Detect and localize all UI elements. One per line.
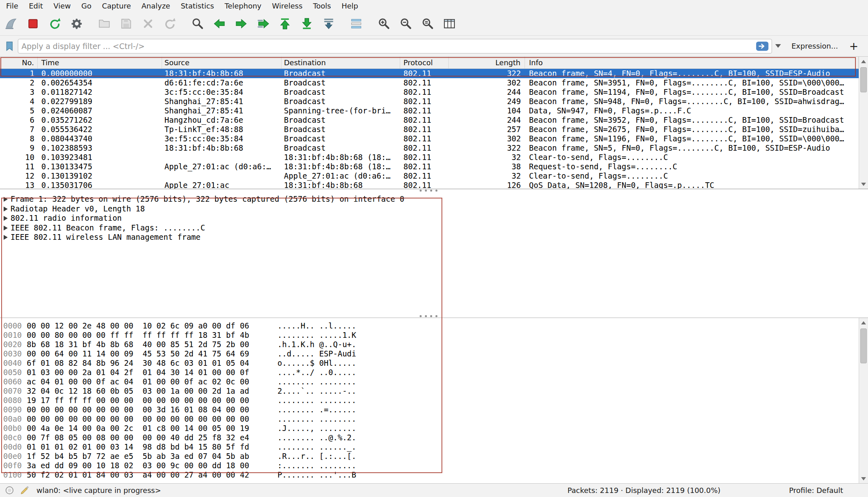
apply-filter-button[interactable] — [755, 41, 770, 51]
cell-proto: 802.11 — [400, 87, 449, 97]
detail-line-radio-information[interactable]: 802.11 radio information — [0, 213, 868, 223]
menu-statistics[interactable]: Statistics — [175, 0, 219, 12]
go-first-packet-button[interactable] — [277, 16, 292, 32]
detail-line-beacon-frame[interactable]: IEEE 802.11 Beacon frame, Flags: .......… — [0, 223, 868, 233]
menu-wireless[interactable]: Wireless — [267, 0, 307, 12]
menu-telephony[interactable]: Telephony — [219, 0, 267, 12]
packet-row-6[interactable]: 60.035271262Hangzhou_cd:7a:6eBroadcast80… — [0, 115, 859, 125]
auto-scroll-button[interactable] — [321, 16, 336, 32]
hex-row-0020[interactable]: 00208b 68 18 31 bf 4b 8b 68 40 00 85 51 … — [0, 340, 868, 349]
close-capture-file-button[interactable] — [140, 16, 156, 32]
hex-row-0010[interactable]: 001000 00 80 00 00 00 ff ff ff ff ff ff … — [0, 331, 868, 340]
expander-triangle-icon[interactable] — [4, 235, 8, 240]
menu-view[interactable]: View — [48, 0, 76, 12]
hex-row-0000[interactable]: 000000 00 12 00 2e 48 00 00 10 02 6c 09 … — [0, 321, 868, 331]
expander-triangle-icon[interactable] — [4, 226, 8, 230]
column-header-destination[interactable]: Destination — [282, 57, 400, 68]
hex-row-0040[interactable]: 00406f 01 08 82 84 8b 96 24 30 48 6c 03 … — [0, 358, 868, 368]
scroll-up-arrow[interactable] — [859, 318, 868, 327]
column-header-info[interactable]: Info — [525, 57, 859, 68]
packet-row-3[interactable]: 30.0118271423c:f5:cc:0e:35:84Broadcast80… — [0, 87, 859, 97]
detail-line-frame[interactable]: Frame 1: 322 bytes on wire (2576 bits), … — [0, 194, 868, 204]
packet-row-8[interactable]: 80.0804437403e:f5:cc:0e:35:84Broadcast80… — [0, 134, 859, 143]
packet-row-10[interactable]: 100.10392348118:31:bf:4b:8b:68 (18:…802.… — [0, 153, 859, 162]
pane-splitter-handle[interactable] — [420, 315, 440, 318]
scroll-down-arrow[interactable] — [859, 474, 868, 483]
hex-scrollbar-thumb[interactable] — [860, 328, 867, 363]
packet-row-11[interactable]: 110.130133475Apple_27:01:ac (d0:a6:…18:3… — [0, 162, 859, 171]
filter-history-dropdown[interactable] — [773, 39, 783, 53]
menu-analyze[interactable]: Analyze — [136, 0, 175, 12]
hex-row-00f0[interactable]: 00f03a ed dd 09 00 10 18 02 03 00 9c 00 … — [0, 461, 868, 470]
find-packet-button[interactable] — [190, 16, 205, 32]
zoom-in-button[interactable] — [376, 16, 391, 32]
hex-row-00d0[interactable]: 00d001 01 01 02 01 00 03 14 98 d8 bd b4 … — [0, 442, 868, 452]
save-capture-file-button[interactable] — [118, 16, 134, 32]
resize-columns-button[interactable] — [441, 16, 457, 32]
hex-dump-scrollbar[interactable] — [859, 318, 868, 483]
zoom-out-button[interactable] — [398, 16, 413, 32]
column-header-no[interactable]: No. — [0, 57, 38, 68]
stop-capture-button[interactable] — [25, 16, 41, 32]
colorize-packets-button[interactable] — [348, 16, 364, 32]
packet-row-12[interactable]: 120.130139102Apple_27:01:ac (d0:a6:…802.… — [0, 171, 859, 181]
display-filter-input[interactable]: Apply a display filter ... <Ctrl-/> — [18, 39, 772, 53]
detail-line-wlan-management[interactable]: IEEE 802.11 wireless LAN management fram… — [0, 233, 868, 242]
expression-button[interactable]: Expression... — [790, 42, 840, 50]
expander-triangle-icon[interactable] — [4, 197, 8, 202]
menu-tools[interactable]: Tools — [308, 0, 336, 12]
reload-file-button[interactable] — [162, 16, 177, 32]
hex-row-0100[interactable]: 010050 f2 02 01 01 84 00 03 a4 00 00 27 … — [0, 470, 868, 480]
packet-row-9[interactable]: 90.10238859318:31:bf:4b:8b:68Broadcast80… — [0, 143, 859, 153]
column-header-protocol[interactable]: Protocol — [400, 57, 449, 68]
packet-row-1[interactable]: 10.00000000018:31:bf:4b:8b:68Broadcast80… — [0, 69, 859, 78]
hex-row-0030[interactable]: 003000 00 64 00 11 14 00 09 45 53 50 2d … — [0, 349, 868, 358]
packet-row-13[interactable]: 130.135031706Apple_27:01:ac18:31:bf:4b:8… — [0, 181, 859, 189]
scroll-up-arrow[interactable] — [859, 57, 868, 66]
start-capture-button[interactable] — [3, 16, 19, 32]
hex-row-00e0[interactable]: 00e01f 52 b4 b5 b7 72 ae e5 5b ab 3a ed … — [0, 452, 868, 461]
hex-bytes: 00 00 80 00 00 00 ff ff ff ff ff ff 18 3… — [27, 331, 256, 340]
detail-line-radiotap[interactable]: Radiotap Header v0, Length 18 — [0, 204, 868, 214]
column-header-length[interactable]: Length — [449, 57, 525, 68]
go-last-packet-button[interactable] — [299, 16, 314, 32]
hex-row-0050[interactable]: 005001 03 00 00 2a 01 04 2f 01 04 30 14 … — [0, 368, 868, 377]
open-capture-file-button[interactable] — [96, 16, 112, 32]
hex-row-0080[interactable]: 008019 17 ff ff ff 00 00 00 00 00 00 00 … — [0, 396, 868, 405]
hex-row-00c0[interactable]: 00c000 7f 08 05 00 08 00 00 00 00 40 dd … — [0, 433, 868, 442]
cell-src — [162, 153, 282, 162]
add-filter-button[interactable]: + — [847, 39, 861, 53]
packet-row-7[interactable]: 70.055536422Tp-LinkT_ef:48:88Broadcast80… — [0, 125, 859, 134]
profile-button[interactable]: Profile: Default — [789, 486, 843, 495]
pane-splitter-handle[interactable] — [420, 190, 440, 192]
filter-bookmark-button[interactable] — [3, 39, 16, 53]
menu-go[interactable]: Go — [76, 0, 97, 12]
menu-file[interactable]: File — [1, 0, 23, 12]
hex-row-0070[interactable]: 007032 04 0c 12 18 60 0b 05 03 00 1a 00 … — [0, 386, 868, 396]
scroll-down-arrow[interactable] — [859, 179, 868, 189]
hex-row-0060[interactable]: 0060ac 04 01 00 00 0f ac 04 01 00 00 0f … — [0, 377, 868, 386]
menu-edit[interactable]: Edit — [23, 0, 48, 12]
menu-capture[interactable]: Capture — [97, 0, 136, 12]
packet-list-scrollbar[interactable] — [859, 57, 868, 189]
hex-row-0090[interactable]: 009000 00 00 00 00 00 00 00 00 3d 16 01 … — [0, 405, 868, 414]
zoom-reset-button[interactable] — [420, 16, 435, 32]
restart-capture-button[interactable] — [47, 16, 62, 32]
packet-row-4[interactable]: 40.022799189Shanghai_27:85:41Broadcast80… — [0, 97, 859, 106]
expander-triangle-icon[interactable] — [4, 216, 8, 221]
capture-comment-button[interactable] — [19, 485, 30, 496]
column-header-time[interactable]: Time — [38, 57, 162, 68]
go-forward-button[interactable] — [233, 16, 249, 32]
hex-row-00b0[interactable]: 00b000 4a 0e 14 00 0a 00 2c 01 c8 00 14 … — [0, 424, 868, 433]
capture-status-button[interactable] — [4, 485, 15, 496]
hex-row-00a0[interactable]: 00a000 00 00 00 00 00 00 00 00 00 00 00 … — [0, 414, 868, 424]
packet-row-5[interactable]: 50.024060087Shanghai_27:85:41Spanning-tr… — [0, 106, 859, 115]
expander-triangle-icon[interactable] — [4, 207, 8, 211]
capture-options-button[interactable] — [69, 16, 84, 32]
column-header-source[interactable]: Source — [162, 57, 282, 68]
go-back-button[interactable] — [211, 16, 227, 32]
packet-row-2[interactable]: 20.002654354d6:61:fe:cd:7a:6eBroadcast80… — [0, 78, 859, 87]
packet-list-scrollbar-thumb[interactable] — [860, 67, 867, 92]
go-to-packet-button[interactable] — [255, 16, 271, 32]
menu-help[interactable]: Help — [336, 0, 363, 12]
